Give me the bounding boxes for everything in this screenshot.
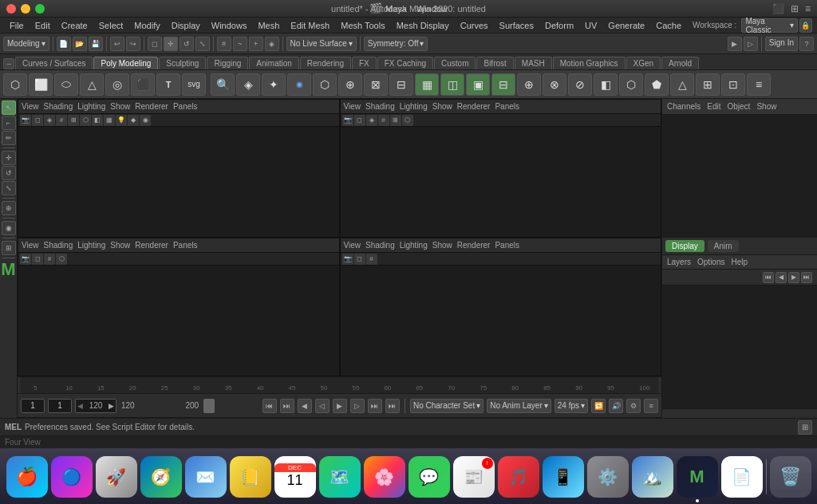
show-manipulator-btn[interactable]: ⊞ bbox=[2, 241, 16, 255]
vp-wire-icon[interactable]: ⬡ bbox=[80, 115, 91, 126]
vp-tr-camera-icon[interactable]: 📷 bbox=[342, 115, 353, 126]
menu-generate[interactable]: Generate bbox=[603, 19, 649, 32]
menu-mesh-display[interactable]: Mesh Display bbox=[392, 19, 454, 32]
dock-newdoc[interactable]: 📄 bbox=[721, 456, 763, 498]
shelf-tab-sculpting[interactable]: Sculpting bbox=[159, 57, 206, 69]
vp-ssao-icon[interactable]: ◉ bbox=[140, 115, 151, 126]
shelf-tab-rigging[interactable]: Rigging bbox=[207, 57, 248, 69]
dock-maps[interactable]: 🗺️ bbox=[319, 456, 361, 498]
shelf-cylinder-icon[interactable]: ⬭ bbox=[54, 73, 78, 96]
select-icon[interactable]: ◻ bbox=[148, 37, 162, 51]
shelf-tab-arnold[interactable]: Arnold bbox=[661, 57, 699, 69]
vp-tr-renderer-menu[interactable]: Renderer bbox=[457, 102, 491, 111]
workspace-dropdown[interactable]: Maya Classic ▾ bbox=[741, 18, 797, 33]
vp-bl-view-menu[interactable]: View bbox=[22, 241, 39, 250]
pb-range-input[interactable] bbox=[84, 401, 108, 410]
shelf-tool3-icon[interactable]: ◉ bbox=[287, 73, 311, 96]
fps-dropdown[interactable]: 24 fps ▾ bbox=[555, 399, 588, 413]
dock-siri[interactable]: 🔵 bbox=[51, 456, 93, 498]
shelf-tool15-icon[interactable]: ◧ bbox=[594, 73, 618, 96]
vp-camera-icon[interactable]: 📷 bbox=[20, 115, 31, 126]
timeline-ruler[interactable]: 5 10 15 20 25 30 35 40 45 50 55 60 65 70… bbox=[21, 377, 658, 393]
vp-bl-shading-menu[interactable]: Shading bbox=[44, 241, 73, 250]
shelf-tool5-icon[interactable]: ⊕ bbox=[338, 73, 362, 96]
dock-maya[interactable]: M bbox=[677, 456, 718, 498]
pb-next-frame-btn[interactable]: ▷ bbox=[350, 399, 365, 413]
dock-safari[interactable]: 🧭 bbox=[140, 456, 182, 498]
rp-object-btn[interactable]: Object bbox=[728, 102, 751, 111]
shelf-plane-icon[interactable]: ⬛ bbox=[131, 73, 155, 96]
rotate-icon[interactable]: ↺ bbox=[180, 37, 194, 51]
menu-create[interactable]: Create bbox=[57, 19, 93, 32]
menu-edit-mesh[interactable]: Edit Mesh bbox=[286, 19, 334, 32]
vp-frame-icon[interactable]: ⊞ bbox=[68, 115, 79, 126]
save-icon[interactable]: 💾 bbox=[89, 37, 103, 51]
vp-show-menu[interactable]: Show bbox=[110, 102, 130, 111]
shelf-tab-custom[interactable]: Custom bbox=[434, 57, 476, 69]
vp-bl-camera-icon[interactable]: 📷 bbox=[20, 254, 31, 265]
layers-btn[interactable]: Layers bbox=[667, 258, 691, 266]
menu-mesh[interactable]: Mesh bbox=[253, 19, 284, 32]
rotate-tool-btn[interactable]: ↺ bbox=[2, 166, 16, 180]
shelf-tool18-icon[interactable]: △ bbox=[670, 73, 694, 96]
pb-loop-icon[interactable]: 🔁 bbox=[591, 399, 606, 413]
shelf-tab-curves-surfaces[interactable]: Curves / Surfaces bbox=[15, 57, 93, 69]
shelf-tool4-icon[interactable]: ⬡ bbox=[313, 73, 337, 96]
vp-br-show-menu[interactable]: Show bbox=[432, 241, 452, 250]
pb-play-fwd-btn[interactable]: ▶ bbox=[333, 399, 347, 413]
pb-next-key-btn[interactable]: ⏭ bbox=[368, 399, 382, 413]
menu-windows[interactable]: Windows bbox=[207, 19, 252, 32]
shelf-tool21-icon[interactable]: ≡ bbox=[747, 73, 771, 96]
nav-next[interactable]: ▶ bbox=[788, 272, 799, 283]
shelf-tool9-icon[interactable]: ◫ bbox=[440, 73, 464, 96]
menu-surfaces[interactable]: Surfaces bbox=[495, 19, 539, 32]
options-btn[interactable]: Options bbox=[697, 258, 724, 266]
redo-icon[interactable]: ↪ bbox=[126, 37, 140, 51]
lasso-tool-btn[interactable]: ⌐ bbox=[2, 116, 16, 130]
display-tab-btn[interactable]: Display bbox=[665, 240, 705, 252]
shelf-collapse-icon[interactable]: ─ bbox=[3, 58, 14, 69]
undo-icon[interactable]: ↩ bbox=[110, 37, 124, 51]
shelf-tab-bifrost[interactable]: Bifrost bbox=[476, 57, 513, 69]
shelf-svg-icon[interactable]: svg bbox=[182, 73, 206, 96]
vp-tr-lighting-menu[interactable]: Lighting bbox=[400, 102, 428, 111]
vp-panels-menu[interactable]: Panels bbox=[173, 102, 198, 111]
pb-prev-frame-btn[interactable]: ◀ bbox=[298, 399, 312, 413]
shelf-tool2-icon[interactable]: ✦ bbox=[262, 73, 286, 96]
vp-renderer-menu[interactable]: Renderer bbox=[135, 102, 168, 111]
vp-tr-show-menu[interactable]: Show bbox=[432, 102, 452, 111]
vp-br-panels-menu[interactable]: Panels bbox=[495, 241, 519, 250]
shelf-tool10-icon[interactable]: ▣ bbox=[466, 73, 490, 96]
open-icon[interactable]: 📂 bbox=[73, 37, 87, 51]
paint-tool-btn[interactable]: ✏ bbox=[2, 131, 16, 145]
vp-br-select-icon[interactable]: ◻ bbox=[354, 254, 365, 265]
render-icon[interactable]: ▷ bbox=[744, 37, 758, 51]
dock-music[interactable]: 🎵 bbox=[498, 456, 539, 498]
no-anim-layer-dropdown[interactable]: No Anim Layer ▾ bbox=[487, 399, 551, 413]
vp-shading-menu[interactable]: Shading bbox=[44, 102, 73, 111]
vp-tr-frame-icon[interactable]: ⊞ bbox=[390, 115, 401, 126]
dock-settings[interactable]: ⚙️ bbox=[587, 456, 629, 498]
snap-curve-icon[interactable]: ~ bbox=[233, 37, 247, 51]
shelf-tool14-icon[interactable]: ⊘ bbox=[568, 73, 592, 96]
dock-appstore[interactable]: 📱 bbox=[543, 456, 584, 498]
vp-tr-panels-menu[interactable]: Panels bbox=[495, 102, 519, 111]
scale-icon[interactable]: ⤡ bbox=[195, 37, 210, 51]
dock-notes[interactable]: 📒 bbox=[230, 456, 271, 498]
shelf-tab-mash[interactable]: MASH bbox=[515, 57, 552, 69]
vp-light-icon[interactable]: 💡 bbox=[116, 115, 127, 126]
vp-texture-icon[interactable]: ▦ bbox=[104, 115, 115, 126]
dock-photos[interactable]: 🌸 bbox=[364, 456, 405, 498]
vp-grid-icon[interactable]: # bbox=[56, 115, 67, 126]
vp-bl-show-menu[interactable]: Show bbox=[110, 241, 130, 250]
vp-tr-isolate-icon[interactable]: ◈ bbox=[366, 115, 377, 126]
vp-tr-select-icon[interactable]: ◻ bbox=[354, 115, 365, 126]
pb-start-frame[interactable] bbox=[21, 399, 45, 413]
menu-file[interactable]: File bbox=[5, 19, 29, 32]
vp-br-camera-icon[interactable]: 📷 bbox=[342, 254, 353, 265]
script-editor-btn[interactable]: ⊞ bbox=[798, 420, 812, 435]
new-scene-icon[interactable]: 📄 bbox=[57, 37, 71, 51]
minimize-button[interactable] bbox=[21, 4, 30, 14]
vp-tr-grid-icon[interactable]: # bbox=[378, 115, 389, 126]
help-icon[interactable]: ? bbox=[799, 37, 814, 51]
